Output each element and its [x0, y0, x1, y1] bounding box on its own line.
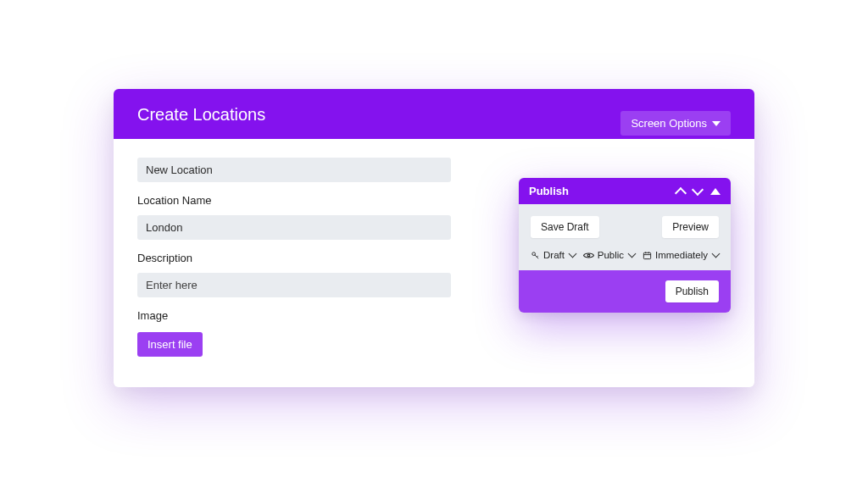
card-body: Location Name Description Image Insert f… — [114, 139, 754, 387]
chevron-down-icon[interactable] — [692, 183, 704, 195]
publish-body: Save Draft Preview Draft — [519, 204, 731, 270]
eye-icon — [583, 251, 594, 260]
visibility-value: Public — [598, 250, 624, 260]
status-control[interactable]: Draft — [531, 250, 576, 260]
chevron-down-icon — [712, 121, 721, 126]
screen-options-button[interactable]: Screen Options — [620, 111, 731, 136]
location-name-input[interactable] — [137, 215, 451, 240]
publish-header-controls — [676, 186, 721, 197]
publish-title: Publish — [529, 185, 569, 197]
key-icon — [531, 251, 540, 260]
publish-header: Publish — [519, 178, 731, 204]
calendar-icon — [643, 251, 652, 260]
triangle-up-icon[interactable] — [710, 188, 721, 195]
location-title-input[interactable] — [137, 158, 451, 182]
description-label: Description — [137, 252, 493, 264]
location-name-label: Location Name — [137, 194, 493, 207]
screen-options-label: Screen Options — [631, 117, 707, 130]
publish-footer: Publish — [519, 270, 731, 313]
chevron-down-icon — [568, 250, 576, 258]
status-value: Draft — [543, 250, 565, 260]
save-draft-button[interactable]: Save Draft — [531, 216, 599, 238]
create-locations-card: Create Locations Screen Options Location… — [114, 89, 754, 387]
svg-rect-2 — [643, 252, 650, 258]
publish-panel: Publish Save Draft Preview — [519, 178, 731, 313]
description-input[interactable] — [137, 273, 451, 297]
page-title: Create Locations — [137, 105, 265, 125]
publish-status-row: Draft Public Immediate — [531, 250, 719, 260]
chevron-up-icon[interactable] — [675, 186, 687, 198]
visibility-control[interactable]: Public — [583, 250, 635, 260]
image-label: Image — [137, 309, 493, 322]
preview-button[interactable]: Preview — [662, 216, 719, 238]
card-header: Create Locations Screen Options — [114, 89, 754, 139]
svg-point-1 — [587, 254, 590, 257]
chevron-down-icon — [628, 250, 637, 258]
schedule-control[interactable]: Immediately — [643, 250, 719, 260]
publish-button[interactable]: Publish — [665, 280, 719, 302]
insert-file-button[interactable]: Insert file — [137, 332, 203, 357]
publish-actions-row: Save Draft Preview — [531, 216, 719, 238]
chevron-down-icon — [712, 250, 721, 258]
form-column: Location Name Description Image Insert f… — [137, 158, 493, 357]
schedule-value: Immediately — [655, 250, 708, 260]
